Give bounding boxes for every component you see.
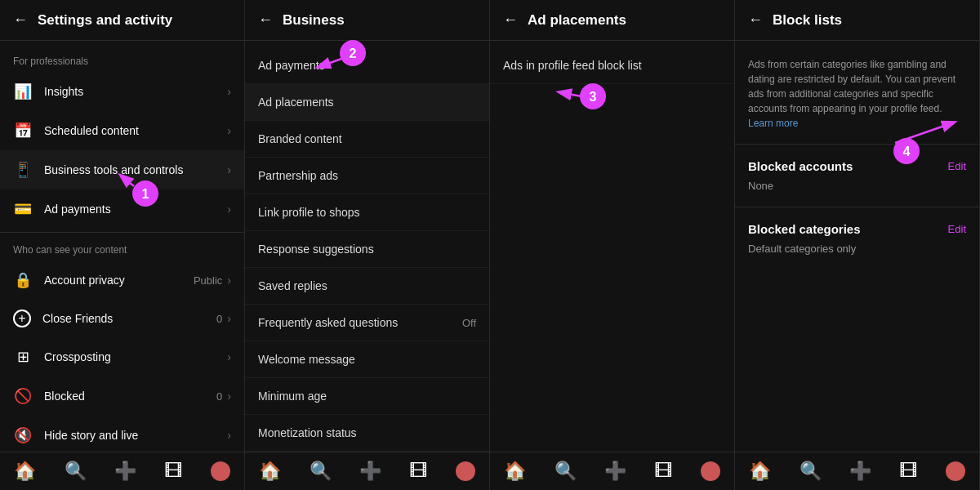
privacy-label: Account privacy: [44, 274, 182, 287]
adplacements-list-label: Ad placements: [258, 96, 334, 109]
nav-search-3[interactable]: 🔍: [555, 461, 577, 482]
nav-add-1[interactable]: ➕: [114, 461, 136, 482]
nav-avatar-4[interactable]: [946, 461, 965, 481]
list-item-feedblocklist[interactable]: Ads in profile feed block list: [490, 47, 734, 84]
nav-avatar-3[interactable]: [701, 461, 720, 481]
insights-icon: 📊: [13, 82, 33, 101]
menu-item-closefriends[interactable]: + Close Friends 0 ›: [0, 300, 244, 337]
crossposting-chevron: ›: [227, 350, 231, 363]
list-item-faq[interactable]: Frequently asked questions Off: [245, 305, 489, 341]
nav-reels-1[interactable]: 🎞: [164, 461, 182, 482]
learn-more-link[interactable]: Learn more: [748, 118, 798, 129]
list-item-saved[interactable]: Saved replies: [245, 268, 489, 305]
back-arrow-blocklists[interactable]: ←: [748, 11, 763, 29]
business-chevron: ›: [227, 163, 231, 176]
block-description: Ads from certain categories like gamblin…: [735, 47, 979, 140]
blocked-categories-title: Blocked categories: [748, 222, 861, 236]
closefriends-right: 0 ›: [216, 312, 231, 325]
blocked-label: Blocked: [44, 390, 205, 403]
blocked-value: 0: [216, 390, 222, 403]
blocked-right: 0 ›: [216, 390, 231, 403]
nav-add-3[interactable]: ➕: [604, 461, 626, 482]
block-divider-1: [735, 144, 979, 145]
list-item-response[interactable]: Response suggestions: [245, 231, 489, 268]
list-item-welcome[interactable]: Welcome message: [245, 341, 489, 378]
insights-chevron: ›: [227, 85, 231, 98]
blocklists-content: Ads from certain categories like gamblin…: [735, 41, 979, 452]
adplacements-content: Ads in profile feed block list: [490, 41, 734, 452]
nav-avatar-1[interactable]: [211, 461, 230, 481]
hidestory-chevron: ›: [227, 429, 231, 442]
business-header: ← Business: [245, 0, 489, 41]
back-arrow-business[interactable]: ←: [258, 11, 273, 29]
settings-title: Settings and activity: [38, 12, 172, 29]
linkprofile-list-label: Link profile to shops: [258, 206, 360, 219]
nav-home-4[interactable]: 🏠: [749, 461, 771, 482]
adpayments-list-label: Ad payments: [258, 59, 325, 72]
adplacements-panel: ← Ad placements Ads in profile feed bloc…: [490, 0, 735, 490]
scheduled-label: Scheduled content: [44, 124, 216, 137]
section-label-content: Who can see your content: [0, 236, 244, 261]
nav-search-1[interactable]: 🔍: [65, 461, 87, 482]
menu-item-crossposting[interactable]: ⊞ Crossposting ›: [0, 337, 244, 376]
business-content: Ad payments Ad placements Branded conten…: [245, 41, 489, 452]
nav-add-2[interactable]: ➕: [359, 461, 381, 482]
list-item-linkprofile[interactable]: Link profile to shops: [245, 194, 489, 231]
blocked-categories-section: Blocked categories Edit Default categori…: [735, 211, 979, 266]
list-item-adpayments[interactable]: Ad payments: [245, 47, 489, 84]
nav-search-4[interactable]: 🔍: [800, 461, 822, 482]
blocked-accounts-section: Blocked accounts Edit None: [735, 148, 979, 203]
menu-item-adpayments[interactable]: 💳 Ad payments ›: [0, 189, 244, 229]
faq-status: Off: [462, 317, 476, 329]
crossposting-icon: ⊞: [13, 347, 33, 367]
back-arrow-settings[interactable]: ←: [13, 11, 28, 29]
closefriends-icon: +: [13, 310, 31, 327]
nav-add-4[interactable]: ➕: [849, 461, 871, 482]
nav-reels-3[interactable]: 🎞: [654, 461, 672, 482]
adpayments-chevron: ›: [227, 203, 231, 216]
business-icon: 📱: [13, 160, 33, 180]
menu-item-privacy[interactable]: 🔒 Account privacy Public ›: [0, 261, 244, 300]
nav-home-2[interactable]: 🏠: [259, 461, 281, 482]
list-item-monetization[interactable]: Monetization status: [245, 415, 489, 452]
menu-item-hidestory[interactable]: 🔇 Hide story and live ›: [0, 416, 244, 452]
blocked-categories-header: Blocked categories Edit: [748, 222, 966, 236]
list-item-adplacements[interactable]: Ad placements: [245, 84, 489, 121]
nav-reels-4[interactable]: 🎞: [899, 461, 917, 482]
blocked-categories-edit[interactable]: Edit: [948, 223, 966, 235]
blocked-accounts-header: Blocked accounts Edit: [748, 159, 966, 173]
list-item-branded[interactable]: Branded content: [245, 121, 489, 158]
menu-item-blocked[interactable]: 🚫 Blocked 0 ›: [0, 376, 244, 416]
branded-list-label: Branded content: [258, 132, 342, 145]
nav-avatar-2[interactable]: [456, 461, 475, 481]
blocked-categories-value: Default categories only: [748, 243, 966, 255]
business-label: Business tools and controls: [44, 163, 216, 176]
nav-reels-2[interactable]: 🎞: [409, 461, 427, 482]
adplacements-header: ← Ad placements: [490, 0, 734, 41]
block-divider-2: [735, 207, 979, 207]
business-title: Business: [283, 12, 345, 29]
closefriends-chevron: ›: [227, 312, 231, 325]
hidestory-icon: 🔇: [13, 425, 33, 445]
blocked-accounts-title: Blocked accounts: [748, 159, 853, 173]
blocked-accounts-edit[interactable]: Edit: [948, 160, 966, 172]
nav-home-1[interactable]: 🏠: [14, 461, 36, 482]
nav-home-3[interactable]: 🏠: [504, 461, 526, 482]
blocklists-header: ← Block lists: [735, 0, 979, 41]
menu-item-insights[interactable]: 📊 Insights ›: [0, 72, 244, 111]
scheduled-icon: 📅: [13, 121, 33, 140]
hidestory-label: Hide story and live: [44, 429, 216, 442]
saved-list-label: Saved replies: [258, 279, 327, 292]
adpayments-label: Ad payments: [44, 203, 216, 216]
back-arrow-adplacements[interactable]: ←: [503, 11, 518, 29]
section-label-professionals: For professionals: [0, 47, 244, 72]
menu-item-scheduled[interactable]: 📅 Scheduled content ›: [0, 111, 244, 150]
crossposting-label: Crossposting: [44, 350, 216, 363]
list-item-partnership[interactable]: Partnership ads: [245, 158, 489, 194]
nav-search-2[interactable]: 🔍: [310, 461, 332, 482]
list-item-minage[interactable]: Minimum age: [245, 378, 489, 415]
privacy-icon: 🔒: [13, 270, 33, 290]
insights-label: Insights: [44, 85, 216, 98]
menu-item-business[interactable]: 📱 Business tools and controls ›: [0, 150, 244, 189]
settings-header: ← Settings and activity: [0, 0, 244, 41]
